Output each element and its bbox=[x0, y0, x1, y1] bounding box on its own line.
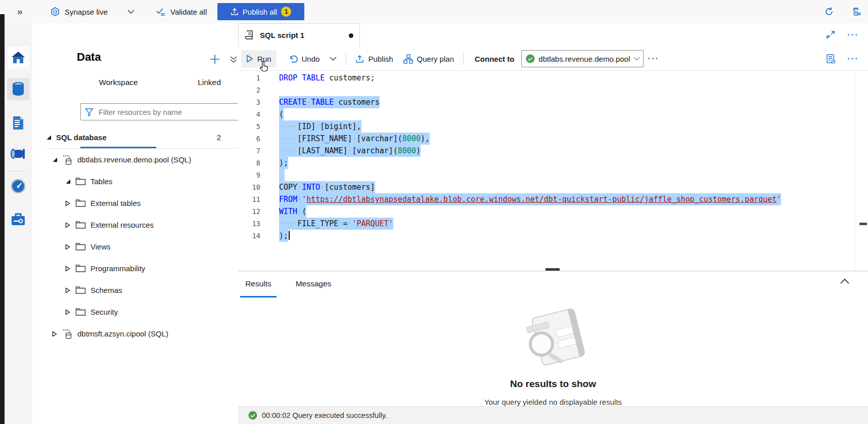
twistie-collapsed-icon[interactable] bbox=[65, 244, 71, 250]
expand-menu-chevrons[interactable]: » bbox=[17, 0, 23, 23]
database-icon bbox=[62, 154, 73, 165]
success-check-icon bbox=[248, 411, 257, 420]
top-command-bar: » Synapse live Validate all Publish all … bbox=[0, 0, 868, 24]
editor-pane: SQL script 1 ··· Run Undo Pu bbox=[238, 23, 868, 424]
folder-icon bbox=[75, 221, 86, 229]
tab-results[interactable]: Results bbox=[240, 271, 277, 296]
code-line-13[interactable]: 13····FILE_TYPE·=·'PARQUET' bbox=[238, 218, 781, 230]
tree-item-security[interactable]: Security bbox=[32, 301, 238, 323]
code-line-9[interactable]: 9 bbox=[238, 169, 781, 181]
publish-all-button[interactable]: Publish all 1 bbox=[217, 3, 304, 20]
sidebar-item-monitor[interactable] bbox=[7, 175, 29, 197]
sidebar-item-integrate[interactable] bbox=[7, 143, 29, 165]
twistie-expanded-icon[interactable] bbox=[65, 179, 71, 184]
folder-icon bbox=[75, 308, 86, 316]
expand-editor-icon[interactable] bbox=[826, 30, 835, 39]
validate-all-button[interactable]: Validate all bbox=[156, 0, 207, 23]
refresh-button[interactable] bbox=[824, 0, 834, 23]
tree-item-label: External tables bbox=[90, 199, 141, 207]
document-icon bbox=[11, 115, 25, 131]
tree-item-external-tables[interactable]: External tables bbox=[32, 192, 238, 214]
code-line-8[interactable]: 8); bbox=[238, 157, 781, 169]
twistie-collapsed-icon[interactable] bbox=[65, 222, 71, 228]
editor-toolbar: Run Undo Publish Query plan Connect to d… bbox=[238, 47, 868, 71]
sidebar-item-develop[interactable] bbox=[7, 112, 29, 134]
tree-item-external-resources[interactable]: External resources bbox=[32, 214, 238, 236]
line-number: 7 bbox=[238, 145, 260, 157]
environment-dropdown-chevron[interactable] bbox=[127, 0, 134, 23]
tree-item-programmability[interactable]: Programmability bbox=[32, 258, 238, 279]
navigation-rail bbox=[5, 23, 33, 424]
code-line-4[interactable]: 4( bbox=[238, 108, 781, 120]
line-number: 8 bbox=[238, 157, 260, 169]
code-line-11[interactable]: 11FROM·'https://dbtlabsynapsedatalake.bl… bbox=[238, 193, 781, 205]
code-text: ····[LAST_NAME]·[varchar](8000) bbox=[260, 145, 421, 157]
tab-workspace[interactable]: Workspace bbox=[80, 78, 156, 95]
sql-script-icon bbox=[245, 30, 254, 40]
publish-count-badge: 1 bbox=[281, 7, 291, 17]
line-number: 2 bbox=[238, 84, 260, 96]
code-line-1[interactable]: 1DROP TABLE customers; bbox=[238, 72, 781, 84]
pipeline-icon bbox=[10, 148, 26, 160]
tree-item-label: Tables bbox=[90, 177, 112, 186]
code-text: CREATE·TABLE·customers bbox=[260, 96, 380, 108]
tree-item-sql-database[interactable]: SQL database2 bbox=[32, 126, 238, 148]
code-text: ); bbox=[260, 157, 288, 169]
query-status-bar: 00:00:02 Query executed successfully. bbox=[238, 406, 868, 424]
code-line-10[interactable]: 10COPY·INTO·[customers] bbox=[238, 181, 781, 193]
properties-icon[interactable] bbox=[826, 54, 836, 64]
twistie-collapsed-icon[interactable] bbox=[65, 309, 71, 315]
tree-item-dbtmsft-azsyn-cipool-sql[interactable]: dbtmsft.azsyn.cipool (SQL) bbox=[32, 323, 238, 345]
tree-item-schemas[interactable]: Schemas bbox=[32, 279, 238, 301]
connect-to-pool-dropdown[interactable]: dbtlabs.revenue.demo.pool bbox=[521, 50, 644, 67]
code-line-14[interactable]: 14); bbox=[238, 230, 781, 242]
undo-dropdown-chevron[interactable] bbox=[325, 50, 342, 67]
run-button[interactable]: Run bbox=[241, 50, 277, 67]
tree-item-label: Programmability bbox=[90, 264, 145, 273]
code-line-6[interactable]: 6····[FIRST_NAME]·[varchar](8000), bbox=[238, 133, 781, 145]
tab-label: SQL script 1 bbox=[260, 31, 304, 39]
tab-messages[interactable]: Messages bbox=[292, 271, 335, 296]
toolbox-icon bbox=[11, 213, 26, 226]
twistie-collapsed-icon[interactable] bbox=[52, 331, 58, 337]
code-line-7[interactable]: 7····[LAST_NAME]·[varchar](8000) bbox=[238, 145, 781, 157]
collapse-results-chevron-up-icon[interactable] bbox=[840, 278, 850, 284]
filter-resources-input[interactable] bbox=[98, 107, 257, 117]
tree-item-dbtlabs-revenue-demo-pool-sql[interactable]: dbtlabs.revenue.demo.pool (SQL) bbox=[32, 149, 238, 171]
publish-button[interactable]: Publish bbox=[350, 50, 398, 67]
twistie-expanded-icon[interactable] bbox=[52, 157, 58, 162]
sidebar-item-manage[interactable] bbox=[7, 208, 29, 230]
code-text: ····[ID]·[bigint], bbox=[260, 120, 361, 133]
gauge-icon bbox=[11, 179, 26, 194]
sql-code-editor[interactable]: 1DROP TABLE customers;23CREATE·TABLE·cus… bbox=[238, 71, 868, 271]
results-header: Results Messages bbox=[238, 271, 868, 298]
tab-linked[interactable]: Linked bbox=[179, 78, 240, 95]
tree-item-views[interactable]: Views bbox=[32, 236, 238, 258]
toolbar-more-actions[interactable]: ··· bbox=[644, 54, 663, 64]
sidebar-item-data[interactable] bbox=[7, 78, 29, 100]
discard-changes-trash-icon[interactable] bbox=[851, 0, 861, 23]
editor-more-actions[interactable]: ··· bbox=[843, 54, 863, 64]
code-line-12[interactable]: 12WITH·( bbox=[238, 205, 781, 218]
publish-icon bbox=[355, 55, 364, 63]
twistie-collapsed-icon[interactable] bbox=[65, 200, 71, 206]
code-line-3[interactable]: 3CREATE·TABLE·customers bbox=[238, 96, 781, 108]
editor-scrollbar[interactable] bbox=[855, 71, 856, 271]
twistie-expanded-icon[interactable] bbox=[45, 135, 52, 140]
twistie-collapsed-icon[interactable] bbox=[65, 266, 71, 272]
environment-switcher[interactable]: Synapse live bbox=[51, 0, 108, 23]
code-line-2[interactable]: 2 bbox=[238, 84, 781, 96]
query-plan-button[interactable]: Query plan bbox=[398, 50, 459, 67]
code-line-5[interactable]: 5····[ID]·[bigint], bbox=[238, 120, 781, 133]
tab-more-actions[interactable]: ··· bbox=[843, 30, 863, 40]
line-number: 10 bbox=[238, 181, 260, 193]
undo-button[interactable]: Undo bbox=[284, 50, 325, 67]
twistie-collapsed-icon[interactable] bbox=[65, 287, 71, 293]
tree-item-tables[interactable]: Tables bbox=[32, 171, 238, 192]
add-resource-button[interactable] bbox=[209, 54, 220, 65]
collapse-all-icon[interactable] bbox=[230, 56, 238, 64]
sidebar-item-home[interactable] bbox=[7, 47, 29, 69]
tab-sql-script-1[interactable]: SQL script 1 bbox=[238, 23, 360, 47]
synapse-studio-window: » Synapse live Validate all Publish all … bbox=[0, 0, 868, 424]
splitter-drag-handle[interactable] bbox=[545, 268, 560, 271]
